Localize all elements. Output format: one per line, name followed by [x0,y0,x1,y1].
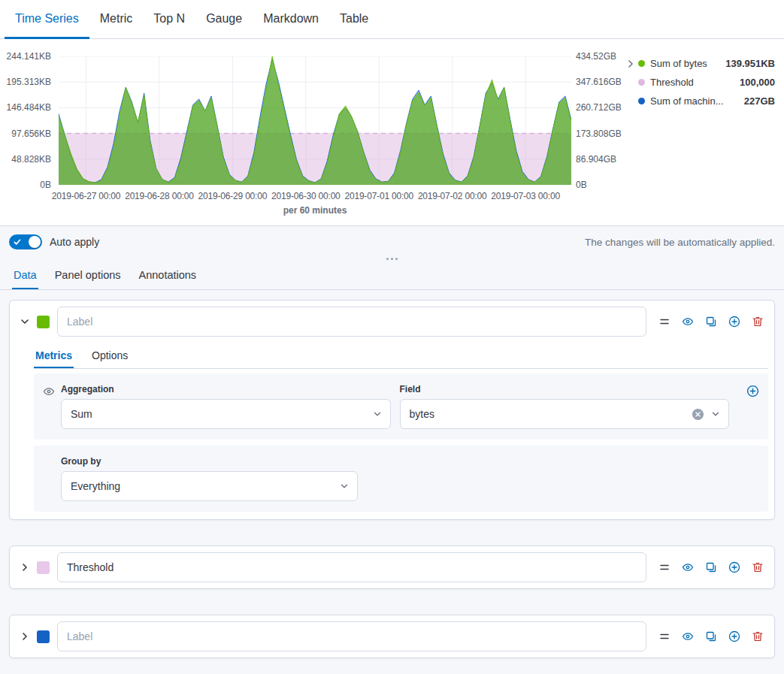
x-axis-label: 2019-07-01 00:00 [337,191,421,201]
clone-series-icon[interactable] [705,630,717,642]
y-axis-label: 48.828KB [11,154,51,165]
legend-item-sum-of-machine[interactable]: Sum of machin... 227GB [638,92,775,110]
tab-data[interactable]: Data [12,261,38,289]
y-axis-label: 434.52GB [576,51,616,62]
metric-visibility-icon[interactable] [43,385,55,429]
series-header [10,301,774,343]
field-select[interactable]: bytes [400,399,730,429]
select-value: bytes [410,408,434,420]
expand-series-button[interactable] [16,627,34,645]
x-axis-label: 2019-07-02 00:00 [410,191,495,201]
x-axis-label: 2019-06-30 00:00 [264,191,348,201]
y-axis-label: 195.313KB [7,77,51,87]
legend-value: 100,000 [734,77,775,88]
group-by-row: Group by Everything [34,446,768,512]
collapse-series-button[interactable] [16,313,34,331]
x-axis-label: 2019-06-28 00:00 [117,191,201,201]
aggregation-label: Aggregation [61,384,391,394]
hide-series-icon[interactable] [682,630,694,642]
group-by-label: Group by [61,456,759,467]
tab-annotations[interactable]: Annotations [138,261,198,289]
aggregation-select[interactable]: Sum [61,399,391,429]
series-sub-tabs: Metrics Options [34,343,768,369]
legend-value: 139.951KB [719,58,775,69]
y-axis-label: 347.616GB [576,77,622,87]
x-axis-label: 2019-07-03 00:00 [483,191,568,201]
drag-handle-icon[interactable] [658,630,670,642]
legend-item-threshold[interactable]: Threshold 100,000 [638,73,775,92]
hide-series-icon[interactable] [682,561,694,573]
series-label-input[interactable] [57,621,646,651]
drag-handle-icon[interactable] [658,316,670,328]
add-series-icon[interactable] [728,316,740,328]
y-axis-label: 244.141KB [7,51,51,62]
auto-apply-label: Auto apply [50,236,99,248]
tab-gauge[interactable]: Gauge [195,0,253,39]
tab-time-series[interactable]: Time Series [5,0,89,39]
chevron-down-icon [339,481,350,491]
chevron-right-icon [19,561,31,573]
legend-item-sum-of-bytes[interactable]: Sum of bytes 139.951KB [638,54,775,73]
add-series-icon[interactable] [728,630,740,642]
chart-interval-caption: per 60 minutes [59,205,571,216]
legend-label: Sum of bytes [650,58,707,69]
clear-field-icon[interactable] [692,408,704,421]
y-axis-label: 260.712GB [576,102,622,113]
y-axis-label: 173.808GB [576,128,622,139]
clone-series-icon[interactable] [705,561,717,573]
legend-dot-icon [638,79,645,86]
series-panel-3 [9,615,775,658]
clone-series-icon[interactable] [705,316,717,328]
series-label-input[interactable] [57,552,646,582]
tab-metric[interactable]: Metric [89,0,144,39]
panel-editor: Auto apply The changes will be automatic… [0,225,784,674]
series-header [10,546,774,588]
y-axis-label: 0B [576,180,587,190]
group-by-select[interactable]: Everything [61,471,358,501]
metric-row: Aggregation Sum Field bytes [34,373,768,440]
hide-series-icon[interactable] [682,316,694,328]
series-panel-1: Metrics Options Aggregation Sum [9,300,775,520]
select-value: Everything [71,480,120,492]
y-axis-label: 0B [40,180,51,190]
add-series-icon[interactable] [728,561,740,573]
delete-series-icon[interactable] [752,630,764,642]
series-actions [658,561,764,573]
y-axis-label: 97.656KB [11,128,51,139]
y-axis-label: 86.904GB [576,154,616,165]
series-color-swatch[interactable] [37,630,50,643]
field-label: Field [400,384,730,394]
chevron-down-icon [710,409,721,419]
x-axis: 2019-06-27 00:002019-06-28 00:002019-06-… [0,191,784,203]
tab-metrics[interactable]: Metrics [34,343,74,368]
chevron-down-icon [372,409,383,419]
check-icon [14,238,21,246]
delete-series-icon[interactable] [752,316,764,328]
tab-top-n[interactable]: Top N [143,0,195,39]
series-actions [658,316,764,328]
series-color-swatch[interactable] [37,561,50,574]
resize-handle[interactable] [0,252,784,261]
chevron-right-icon [19,630,31,642]
tab-markdown[interactable]: Markdown [253,0,329,39]
tab-table[interactable]: Table [329,0,379,39]
series-color-swatch[interactable] [37,316,50,328]
chart-plot[interactable] [59,56,571,185]
series-panel-2 [9,546,775,589]
series-actions [658,630,764,642]
tab-options[interactable]: Options [90,343,129,368]
x-axis-label: 2019-06-29 00:00 [190,191,274,201]
legend-dot-icon [638,60,645,67]
select-value: Sum [71,408,92,420]
delete-series-icon[interactable] [752,561,764,573]
add-metric-icon[interactable] [746,385,759,429]
auto-apply-toggle[interactable] [9,234,42,249]
drag-handle-icon[interactable] [658,561,670,573]
tab-panel-options[interactable]: Panel options [53,261,123,289]
chevron-down-icon [19,316,31,328]
legend-value: 227GB [738,95,775,107]
legend-collapse-icon[interactable] [625,58,637,70]
expand-series-button[interactable] [16,558,34,576]
series-label-input[interactable] [57,307,646,337]
legend-label: Threshold [650,77,694,88]
